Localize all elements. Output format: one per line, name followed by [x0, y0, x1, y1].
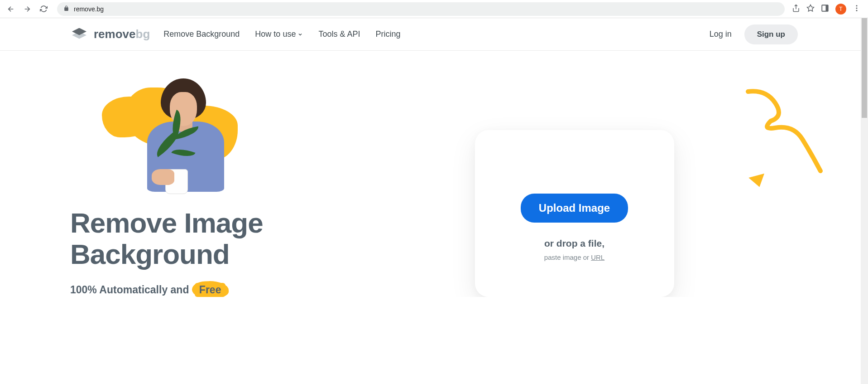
avatar-letter: T [839, 6, 842, 12]
site-header: removebg Remove Background How to use To… [0, 18, 868, 51]
svg-rect-2 [826, 5, 828, 11]
paste-prefix: paste image or [544, 253, 591, 261]
address-bar[interactable]: remove.bg [57, 2, 785, 16]
scrollbar[interactable] [861, 18, 868, 297]
bookmark-icon[interactable] [806, 4, 815, 14]
svg-point-4 [856, 7, 858, 9]
lock-icon [63, 5, 69, 13]
scrollbar-thumb[interactable] [862, 18, 867, 118]
upload-image-button[interactable]: Upload Image [521, 194, 628, 223]
logo-icon [70, 28, 88, 41]
paste-text: paste image or URL [493, 253, 656, 261]
hero-left: Remove Image Background 100% Automatical… [70, 76, 324, 297]
triangle-decoration [748, 174, 767, 189]
hero-subtitle: 100% Automatically and Free [70, 283, 324, 297]
menu-icon[interactable] [853, 4, 861, 14]
nav-pricing[interactable]: Pricing [375, 29, 400, 39]
svg-point-5 [856, 10, 858, 11]
login-link[interactable]: Log in [710, 29, 732, 39]
back-button[interactable] [5, 3, 17, 15]
chevron-down-icon [297, 32, 303, 37]
nav-how-to-use-label: How to use [255, 29, 296, 39]
svg-point-3 [856, 5, 858, 6]
hero-illustration [97, 78, 251, 196]
nav-remove-background[interactable]: Remove Background [163, 29, 240, 39]
paste-url-link[interactable]: URL [591, 253, 604, 261]
profile-avatar[interactable]: T [835, 4, 846, 15]
nav-how-to-use[interactable]: How to use [255, 29, 303, 39]
toolbar-right: T [792, 4, 861, 15]
signup-button[interactable]: Sign up [744, 24, 798, 44]
panel-icon[interactable] [821, 4, 829, 14]
url-text: remove.bg [74, 5, 104, 13]
hero-title: Remove Image Background [70, 207, 324, 270]
share-icon[interactable] [792, 4, 800, 14]
svg-marker-0 [807, 5, 814, 11]
logo[interactable]: removebg [70, 27, 150, 41]
main-nav: Remove Background How to use Tools & API… [163, 29, 400, 39]
subtitle-prefix: 100% Automatically and [70, 284, 189, 296]
squiggle-decoration [743, 85, 834, 175]
logo-text-1: remove [94, 27, 136, 41]
forward-button[interactable] [21, 3, 34, 15]
free-badge: Free [195, 283, 226, 297]
upload-card[interactable]: Upload Image or drop a file, paste image… [475, 130, 674, 297]
nav-tools-api[interactable]: Tools & API [318, 29, 360, 39]
logo-text-2: bg [136, 27, 150, 41]
reload-button[interactable] [37, 3, 50, 15]
browser-toolbar: remove.bg T [0, 0, 868, 18]
auth-section: Log in Sign up [710, 24, 798, 44]
hero-right: Upload Image or drop a file, paste image… [351, 76, 798, 297]
main-content: Remove Image Background 100% Automatical… [0, 51, 868, 297]
drop-file-text: or drop a file, [493, 238, 656, 249]
